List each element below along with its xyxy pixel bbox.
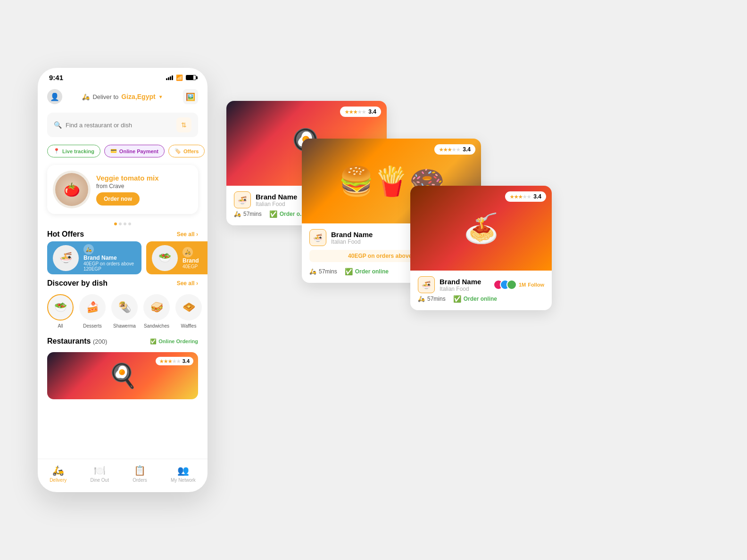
app-header: 👤 🛵 Deliver to Giza,Egypt ▼ 🖼️ xyxy=(38,85,208,108)
offer-food-image-1: 🍜 xyxy=(53,245,79,271)
filter-button[interactable]: ⇅ xyxy=(176,117,191,132)
discover-see-all[interactable]: See all › xyxy=(177,280,198,287)
card-2-brand-name: Brand Name xyxy=(331,231,373,239)
card-1-brand-info: Brand Name Italian Food xyxy=(256,193,297,207)
cards-overlay: 🍳 ★★★★★ 3.4 🍜 Brand Name Italian Food 🛵 … xyxy=(226,91,566,469)
card-1-order-btn[interactable]: ✅ Order o... xyxy=(269,210,305,218)
card-3-brand-info: Brand Name Italian Food xyxy=(440,278,481,292)
wifi-icon: 📶 xyxy=(176,74,183,81)
dish-item-desserts[interactable]: 🍰 Desserts xyxy=(79,294,106,329)
offer-card-2[interactable]: 🥗 🛵 Brand 40EGP xyxy=(146,241,208,274)
restaurant-card[interactable]: 🍳 ★★★★★ 3.4 xyxy=(47,352,198,399)
card-3-followers: 1M Follow xyxy=(493,280,544,290)
card-3-brand-name: Brand Name xyxy=(440,278,481,286)
offer-card-1[interactable]: 🍜 🛵 Brand Name 40EGP on orders above 120… xyxy=(47,241,141,274)
dish-image-all: 🥗 xyxy=(47,294,74,321)
dish-image-waffles: 🧇 xyxy=(175,294,202,321)
card-3-follower-avatars xyxy=(493,280,517,290)
offer-info-2: 🛵 Brand 40EGP xyxy=(183,247,199,269)
filter-icon: ⇅ xyxy=(181,121,187,129)
delivery-nav-label: Delivery xyxy=(50,478,66,483)
card-3-rating-badge: ★★★★★ 3.4 xyxy=(505,191,546,202)
card-3-order-btn[interactable]: ✅ Order online xyxy=(453,295,497,303)
live-tracking-label: Live tracking xyxy=(62,148,94,154)
restaurant-card-3[interactable]: 🍝 ★★★★★ 3.4 🍜 Brand Name Italian Food xyxy=(410,186,552,310)
dish-item-all[interactable]: 🥗 All xyxy=(47,294,74,329)
card-3-brand-logo: 🍜 xyxy=(418,276,435,293)
search-input[interactable] xyxy=(66,122,173,129)
offers-icon: 🏷️ xyxy=(174,148,181,154)
card-3-follower-count: 1M xyxy=(519,282,526,288)
check-icon: ✅ xyxy=(345,268,353,275)
card-2-brand-info: Brand Name Italian Food xyxy=(331,231,373,245)
card-2-food-type: Italian Food xyxy=(331,239,373,245)
nav-delivery[interactable]: 🛵 Delivery xyxy=(50,465,66,483)
card-2-brand-logo: 🍜 xyxy=(309,229,326,246)
rating-badge: ★★★★★ 3.4 xyxy=(156,357,193,365)
hot-offers-see-all[interactable]: See all › xyxy=(177,231,198,238)
location-text: Giza,Egypt xyxy=(121,93,155,100)
promo-card: 🍅 Veggie tomato mix from Crave Order now xyxy=(47,165,198,214)
card-3-brand-row: 🍜 Brand Name Italian Food 1M Follow xyxy=(418,276,544,293)
card-1-rating: 3.4 xyxy=(368,108,376,115)
check-icon: ✅ xyxy=(150,338,157,345)
card-3-rating: 3.4 xyxy=(533,193,541,200)
check-icon: ✅ xyxy=(453,295,461,303)
dish-label-waffles: Waffles xyxy=(181,323,197,329)
offer-food-image-2: 🥗 xyxy=(152,245,178,271)
card-3-stars: ★★★★★ xyxy=(510,194,531,199)
payment-label: Online Payment xyxy=(119,148,158,154)
avatar[interactable]: 👤 xyxy=(47,89,62,104)
restaurants-header: Restaurants (200) ✅ Online Ordering xyxy=(47,332,198,348)
dine-out-nav-label: Dine Out xyxy=(91,478,109,483)
nav-orders[interactable]: 📋 Orders xyxy=(133,465,147,483)
tab-online-payment[interactable]: 💳 Online Payment xyxy=(104,145,165,157)
card-3-follow-button[interactable]: Follow xyxy=(528,282,544,288)
star-icons: ★★★★★ xyxy=(159,359,181,364)
discover-header: Discover by dish See all › xyxy=(38,274,208,290)
dish-image-shawerma: 🌯 xyxy=(111,294,138,321)
nav-dine-out[interactable]: 🍽️ Dine Out xyxy=(91,465,109,483)
card-1-food-type: Italian Food xyxy=(256,201,297,207)
status-icons: 📶 xyxy=(166,74,196,81)
nav-my-network[interactable]: 👥 My Network xyxy=(171,465,196,483)
card-3-food-type: Italian Food xyxy=(440,286,481,292)
dish-image-desserts: 🍰 xyxy=(79,294,106,321)
card-2-stars: ★★★★★ xyxy=(439,147,460,152)
tab-offers[interactable]: 🏷️ Offers xyxy=(168,145,205,157)
card-2-order-btn[interactable]: ✅ Order online xyxy=(345,268,389,275)
status-bar: 9:41 📶 xyxy=(38,68,208,85)
promo-title: Veggie tomato mix xyxy=(96,174,159,182)
scooter-icon: 🛵 xyxy=(309,268,316,275)
dish-item-waffles[interactable]: 🧇 Waffles xyxy=(175,294,202,329)
check-icon: ✅ xyxy=(269,210,277,218)
dish-item-shawerma[interactable]: 🌯 Shawerma xyxy=(111,294,138,329)
offer-badge-icon-1: 🛵 xyxy=(83,244,94,255)
card-3-footer: 🛵 57mins ✅ Order online xyxy=(418,293,544,305)
notification-icon[interactable]: 🖼️ xyxy=(183,89,198,104)
location-selector[interactable]: 🛵 Deliver to Giza,Egypt ▼ xyxy=(82,93,163,100)
promo-image: 🍅 xyxy=(53,171,91,208)
rating-value: 3.4 xyxy=(183,358,190,364)
feature-tabs: 📍 Live tracking 💳 Online Payment 🏷️ Offe… xyxy=(38,142,208,160)
dine-out-nav-icon: 🍽️ xyxy=(94,465,106,476)
dish-label-sandwiches: Sandwiches xyxy=(144,323,169,329)
phone-container: 9:41 📶 👤 🛵 Deliver to Giza,Egypt ▼ 🖼️ 🔍 xyxy=(38,68,208,492)
dishes-list: 🥗 All 🍰 Desserts 🌯 Shawerma 🥪 Sandwiches… xyxy=(38,290,208,332)
dish-item-sandwiches[interactable]: 🥪 Sandwiches xyxy=(143,294,170,329)
dish-image-sandwiches: 🥪 xyxy=(143,294,170,321)
hot-offers-title: Hot Offers xyxy=(47,230,84,239)
offers-label: Offers xyxy=(183,148,199,154)
order-now-button[interactable]: Order now xyxy=(96,192,140,206)
tab-live-tracking[interactable]: 📍 Live tracking xyxy=(47,145,100,157)
deliver-label: Deliver to xyxy=(92,93,118,100)
promo-food-icon: 🍅 xyxy=(55,173,88,206)
dish-label-shawerma: Shawerma xyxy=(113,323,136,329)
live-tracking-icon: 📍 xyxy=(53,148,60,154)
offer-brand-2: Brand xyxy=(183,257,199,264)
orders-nav-label: Orders xyxy=(133,478,147,483)
card-1-brand-name: Brand Name xyxy=(256,193,297,201)
offer-info-1: 🛵 Brand Name 40EGP on orders above 120EG… xyxy=(83,244,136,272)
scooter-icon: 🛵 xyxy=(82,93,90,100)
offer-text-2: 40EGP xyxy=(183,264,199,269)
